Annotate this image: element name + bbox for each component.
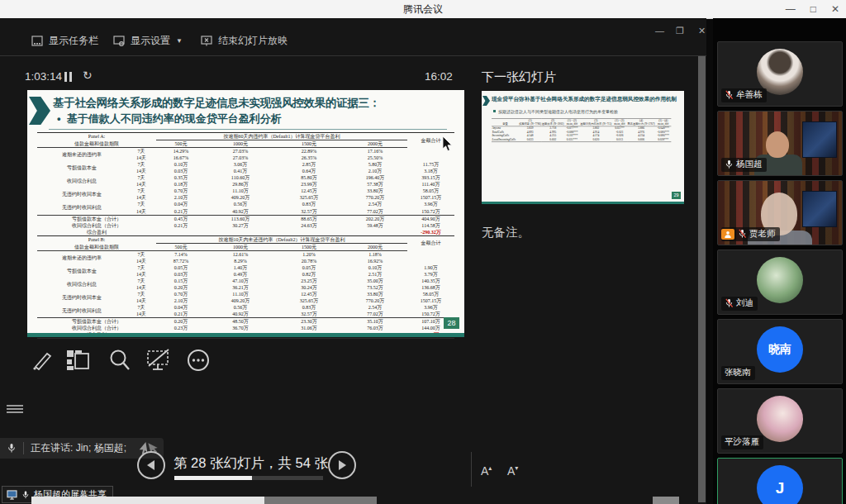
zoom-slide-button[interactable]: [105, 347, 135, 373]
table-cell: 14天: [126, 271, 156, 278]
table-cell: 14.29%: [156, 148, 206, 155]
participant-tile[interactable]: 杨国超: [717, 111, 843, 176]
table-cell: 136.68万: [407, 284, 454, 291]
table-cell: 0.20万: [156, 318, 206, 326]
table-cell: 88.65万: [275, 215, 343, 222]
table-cell: 1.40万: [206, 264, 275, 271]
table-cell: 27.03%: [206, 148, 275, 155]
ppt-minimize-button[interactable]: —: [655, 26, 664, 36]
table-cell: 23.25万: [275, 278, 343, 284]
pen-tool-button[interactable]: [26, 347, 56, 373]
next-slide-button[interactable]: [328, 451, 356, 479]
progress-fill: [174, 476, 252, 480]
table-cell: 20.78%: [275, 258, 343, 264]
table-cell: 2.51万: [343, 271, 407, 278]
table-cell: 325.65万: [275, 297, 343, 304]
table-cell: 金额合计: [407, 235, 454, 250]
avatar-initials: J: [757, 465, 803, 504]
table-cell: 收回综合利息（合计）: [37, 222, 156, 229]
table-cell: [407, 155, 454, 161]
table-cell: 150.72万: [407, 208, 454, 216]
slide-title-arrow-icon: [29, 97, 50, 125]
window-minimize-button[interactable]: —: [786, 0, 796, 18]
table-cell: 11.10万: [206, 188, 275, 194]
ppt-close-button[interactable]: ✕: [698, 26, 706, 36]
window-maximize-button[interactable]: □: [810, 0, 816, 18]
table-cell: Panel B:: [37, 235, 156, 243]
participant-tile[interactable]: 牟善栋: [717, 41, 843, 107]
table-cell: 0.45万: [156, 215, 206, 222]
display-settings-button[interactable]: 显示设置 ▼: [113, 34, 183, 48]
table-cell: 140.35万: [407, 278, 454, 284]
next-slide-preview[interactable]: 现金贷平台弥补基于社会网络关系形成的数字足迹信息弱风控效果的作用机制 按期还款借…: [482, 91, 684, 204]
table-cell: 404.90万: [407, 215, 454, 222]
table-cell: 1507.15万: [407, 297, 454, 304]
table-cell: [206, 229, 275, 236]
show-taskbar-label: 显示任务栏: [49, 34, 98, 48]
participant-label: 平沙落雁: [721, 435, 763, 449]
window-close-button[interactable]: ✕: [831, 0, 839, 18]
panel-divider: [471, 452, 472, 487]
slide-title-divider: [49, 129, 447, 130]
table-cell: 逾期未还的违约率: [37, 250, 126, 264]
table-cell: 2.10万: [156, 194, 206, 201]
table-cell: 14天: [126, 168, 156, 174]
show-taskbar-button[interactable]: 显示任务栏: [31, 34, 98, 48]
notes-scrollbar[interactable]: [698, 56, 706, 502]
ppt-restore-button[interactable]: ❐: [676, 26, 684, 36]
table-cell: 12.45万: [275, 291, 343, 297]
table-cell: 113.60万: [206, 215, 275, 222]
participant-tile[interactable]: 晓南张晓南: [717, 319, 843, 384]
table-cell: 31.06万: [275, 325, 343, 331]
background-screen: [802, 121, 837, 158]
participant-label: 刘迪: [721, 297, 758, 311]
table-cell: 11.10万: [206, 291, 275, 297]
black-screen-icon: [145, 348, 172, 373]
more-options-button[interactable]: [183, 347, 213, 373]
table-cell: 7天: [126, 201, 156, 207]
participant-tile[interactable]: 平沙落雁: [717, 388, 843, 454]
table-cell: 30.24万: [275, 284, 343, 291]
see-all-slides-button[interactable]: [63, 347, 93, 373]
black-screen-button[interactable]: [144, 347, 173, 373]
preview-footer-bar: [482, 202, 684, 204]
background-screen: [802, 191, 837, 227]
table-cell: 29.86万: [206, 181, 275, 188]
table-cell: 14天: [126, 258, 156, 264]
slide-page-badge: 28: [444, 317, 459, 329]
table-cell: 0.20万: [156, 284, 206, 291]
mouse-cursor: [442, 136, 453, 152]
previous-slide-button[interactable]: [137, 451, 165, 479]
screen-share-region: — ❐ ✕ 显示任务栏 显示设置 ▼ 结束幻灯片放映 1:03:14 ↻ 16:…: [0, 18, 706, 504]
taskbar-fragment-square: [653, 497, 679, 504]
end-slideshow-button[interactable]: 结束幻灯片放映: [201, 34, 288, 48]
speaking-mic-icon: [7, 443, 17, 454]
table-cell: 3.18万: [407, 168, 454, 174]
table-cell: 48.50万: [206, 318, 275, 326]
increase-font-button[interactable]: A▴: [481, 464, 492, 478]
slide-list-icon[interactable]: [7, 403, 23, 415]
monitor-icon: [7, 490, 17, 500]
table-cell: 1507.15万: [407, 194, 454, 201]
avatar-photo: [757, 257, 803, 303]
participant-tile[interactable]: JJin: [717, 458, 843, 504]
table-cell: 73.52万: [343, 284, 407, 291]
table-cell: 26.35%: [275, 155, 343, 161]
participant-tile[interactable]: 贾老师: [717, 180, 843, 245]
table-cell: 0.83万: [275, 201, 343, 207]
participants-sidebar: 牟善栋杨国超贾老师刘迪晓南张晓南平沙落雁JJin: [713, 18, 846, 504]
table-cell: 393.15万: [407, 174, 454, 181]
decrease-font-button[interactable]: A▾: [507, 464, 518, 478]
participant-label: 张晓南: [721, 366, 755, 380]
chevron-down-icon: ▼: [176, 37, 183, 45]
current-slide[interactable]: 基于社会网络关系形成的数字足迹信息未实现强风控效果的证据三： • 基于借款人不同…: [27, 90, 464, 337]
table-cell: 按逾期60天内违约率（Default1）计算现金贷平台盈利: [156, 133, 407, 140]
table-cell: 85.80万: [275, 174, 343, 181]
next-arrow-icon: [338, 460, 346, 470]
restart-timer-button[interactable]: ↻: [83, 69, 93, 82]
pause-timer-button[interactable]: [64, 72, 73, 82]
slide-counter: 第 28 张幻灯片，共 54 张: [173, 454, 324, 473]
participant-tile[interactable]: 刘迪: [717, 250, 843, 315]
table-cell: 2.85万: [275, 161, 343, 168]
table-cell: 0.64万: [275, 168, 343, 174]
